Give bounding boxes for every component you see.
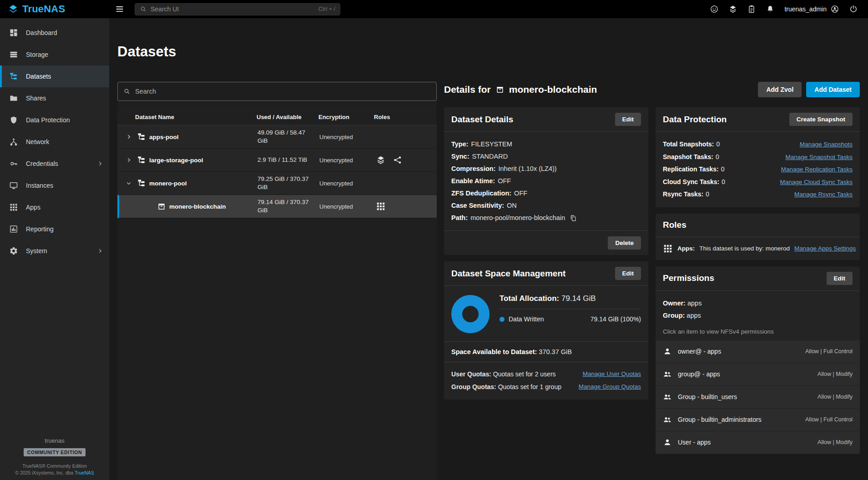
dataset-search-input[interactable] [135,88,431,95]
sidebar-item-dashboard[interactable]: Dashboard [0,22,109,44]
chevron-down-icon[interactable] [124,178,134,188]
dashboard-icon [9,28,18,37]
chevron-right-icon[interactable] [124,155,134,165]
dataset-row-apps-pool[interactable]: apps-pool 49.09 GiB / 58.47 GiB Unencryp… [117,125,437,149]
chevron-right-icon [96,247,104,255]
copyright-brand-link[interactable]: TrueNAS [75,470,94,475]
sidebar-item-instances[interactable]: Instances [0,175,109,196]
sidebar-item-reporting[interactable]: Reporting [0,218,109,240]
storage-icon [9,50,18,59]
apps-grid-icon [376,201,386,211]
sidebar-item-apps[interactable]: Apps [0,196,109,218]
copy-icon[interactable] [570,215,577,222]
manage-snapshot-tasks-link[interactable]: Manage Snapshot Tasks [785,151,853,164]
edit-permissions-button[interactable]: Edit [827,272,853,285]
sidebar-item-credentials[interactable]: Credentials [0,153,109,175]
brand-name: TrueNAS [22,3,65,15]
datasets-tree-icon [137,179,146,188]
create-snapshot-button[interactable]: Create Snapshot [789,113,853,126]
dataset-row-large-storage-pool[interactable]: large-storage-pool 2.9 TiB / 11.52 TiB U… [117,149,437,172]
column-dataset-name: Dataset Name [117,114,256,120]
topbar: TrueNAS Ctrl + / truenas_admin [0,0,868,18]
permissions-hint: Click an item to view NFSv4 permissions [663,328,853,335]
checkup-button[interactable] [728,5,737,14]
truenas-logo-icon [8,4,18,14]
dataset-row-monero-blockchain[interactable]: monero-blockchain 79.14 GiB / 370.37 GiB… [117,195,437,218]
edit-dataset-details-button[interactable]: Edit [615,113,641,126]
manage-apps-settings-link[interactable]: Manage Apps Settings [794,245,856,252]
apps-grid-icon [9,203,18,212]
layers-icon [728,5,737,14]
manage-replication-tasks-link[interactable]: Manage Replication Tasks [781,163,853,176]
add-dataset-button[interactable]: Add Dataset [806,82,860,97]
sidebar-item-datasets[interactable]: Datasets [0,65,109,87]
apps-grid-icon [663,244,673,254]
sidebar-item-storage[interactable]: Storage [0,44,109,65]
manage-cloud-sync-tasks-link[interactable]: Manage Cloud Sync Tasks [780,176,853,189]
field-type: Type:FILESYSTEM [451,138,641,150]
user-menu-button[interactable]: truenas_admin [784,5,839,14]
permission-item-builtin-users[interactable]: Group - builtin_users Allow | Modify [656,386,860,409]
space-management-card: Dataset Space Management Edit Total Allo… [444,261,648,400]
column-used-available: Used / Available [256,114,318,120]
sidebar-item-system[interactable]: System [0,240,109,262]
permission-item-group[interactable]: group@ - apps Allow | Modify [656,363,860,386]
ace-value: Allow | Modify [818,394,853,400]
key-icon [9,159,18,168]
sidebar-item-shares[interactable]: Shares [0,87,109,109]
power-button[interactable] [849,5,858,14]
rsync-tasks-row: Rsync Tasks:0Manage Rsync Tasks [663,188,853,201]
selected-dataset-name: monero-blockchain [509,84,597,95]
person-icon [663,347,672,356]
details-title: Details for monero-blockchain [444,84,597,95]
edit-space-button[interactable]: Edit [615,267,641,280]
username: truenas_admin [784,5,827,13]
manage-user-quotas-link[interactable]: Manage User Quotas [583,368,641,380]
card-title: Dataset Details [451,115,513,125]
space-donut-chart [451,295,490,333]
dataset-name: monero-blockchain [169,203,226,210]
dataset-search[interactable] [117,82,437,101]
menu-toggle-button[interactable] [115,4,125,14]
total-allocation: Total Allocation: 79.14 GiB [500,294,641,309]
alerts-bell-icon [766,5,775,14]
permissions-card: Permissions Edit Owner: apps Group: apps… [656,266,860,454]
power-icon [849,5,858,14]
permission-item-builtin-administrators[interactable]: Group - builtin_administrators Allow | F… [656,409,860,431]
dataset-row-monero-pool[interactable]: monero-pool 79.25 GiB / 370.37 GiB Unenc… [117,172,437,195]
manage-rsync-tasks-link[interactable]: Manage Rsync Tasks [794,188,853,201]
total-snapshots-row: Total Snapshots:0Manage Snapshots [663,138,853,151]
used-available: 49.09 GiB / 58.47 GiB [257,129,319,145]
permission-item-owner[interactable]: owner@ - apps Allow | Full Control [656,340,860,363]
brand[interactable]: TrueNAS [0,3,109,15]
manage-snapshots-link[interactable]: Manage Snapshots [800,138,853,151]
alerts-button[interactable] [766,5,775,14]
field-sync: Sync:STANDARD [451,150,641,163]
global-search[interactable]: Ctrl + / [135,3,340,15]
jobs-button[interactable] [747,5,756,14]
delete-dataset-button[interactable]: Delete [608,236,641,250]
feedback-button[interactable] [710,5,719,14]
group-icon [663,392,672,401]
edition-badge[interactable]: COMMUNITY EDITION [24,448,86,456]
encryption-status: Unencrypted [319,134,375,140]
apps-role-row: Apps:This dataset is used by: monerod Ma… [663,244,853,254]
global-search-input[interactable] [151,5,315,13]
permission-item-user-apps[interactable]: User - apps Allow | Modify [656,431,860,454]
manage-group-quotas-link[interactable]: Manage Group Quotas [579,380,641,393]
chevron-right-icon[interactable] [124,132,134,142]
network-hub-icon [9,137,18,146]
main-content: Datasets Dataset Name Used / Available E… [109,18,868,480]
dataset-name: monero-pool [149,180,187,187]
page-title: Datasets [117,44,860,60]
field-dedup: ZFS Deduplication:OFF [451,187,641,200]
field-case-sensitivity: Case Sensitivity:ON [451,200,641,212]
share-icon [393,155,403,165]
encryption-status: Unencrypted [319,180,375,187]
shield-icon [9,115,18,125]
sidebar-item-data-protection[interactable]: Data Protection [0,109,109,131]
details-header: Details for monero-blockchain Add Zvol A… [444,82,860,97]
dataset-box-icon [157,202,166,211]
sidebar-item-network[interactable]: Network [0,131,109,153]
add-zvol-button[interactable]: Add Zvol [758,82,802,97]
